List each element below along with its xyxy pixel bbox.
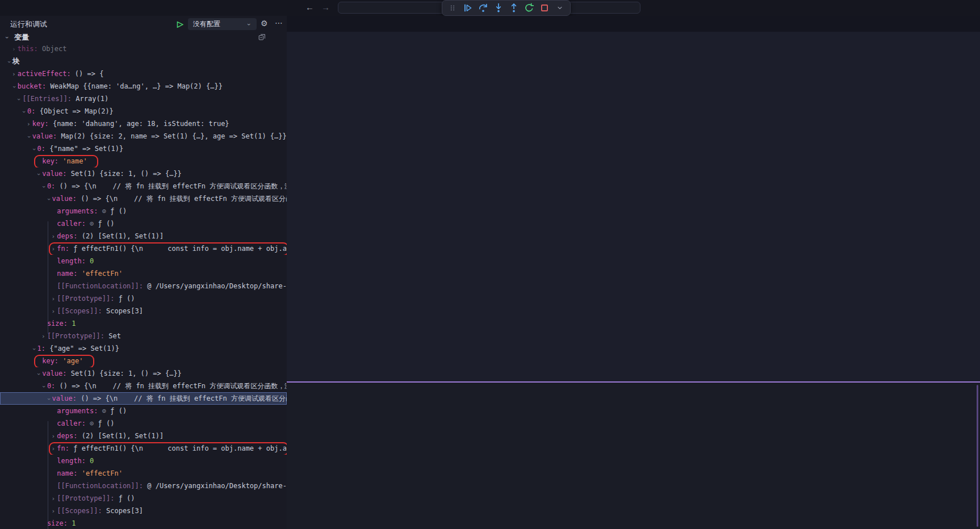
chevron-collapsed-icon: › [40, 330, 47, 342]
chevron-expanded-icon: › [18, 108, 30, 116]
step-into-button[interactable] [493, 3, 504, 13]
chevron-collapsed-icon: › [49, 230, 57, 242]
nav-back-icon[interactable]: ← [305, 2, 314, 12]
launch-config-value: 没有配置 [193, 19, 245, 29]
chevron-collapsed-icon: › [49, 493, 57, 505]
tree-row[interactable]: ›[[Prototype]]: ƒ () [0, 492, 287, 505]
chevron-down-icon: › [4, 34, 11, 41]
tree-row[interactable]: ›[[Prototype]]: ƒ () [0, 292, 287, 305]
chevron-expanded-icon: › [22, 133, 35, 141]
chevron-expanded-icon: › [37, 383, 49, 391]
chevron-expanded-icon: › [42, 196, 55, 203]
gear-icon[interactable]: ⚙ [261, 19, 268, 28]
chevron-collapsed-icon: › [25, 118, 32, 130]
tree-row[interactable]: ›0: {"name" => Set(1)} [0, 142, 287, 155]
chevron-expanded-icon: › [3, 58, 15, 66]
collapse-all-icon[interactable] [258, 33, 266, 43]
tree-row[interactable]: key: 'age' [0, 355, 287, 367]
tree-row[interactable]: ›value: Map(2) {size: 2, name => Set(1) … [0, 130, 287, 142]
sidebar-title: 运行和调试 [10, 19, 47, 30]
chevron-expanded-icon: › [37, 183, 49, 191]
tree-row[interactable]: ›fn: ƒ effectFn1() {\n const info = obj.… [0, 442, 287, 455]
chevron-expanded-icon: › [12, 96, 25, 103]
tree-row[interactable]: name: 'effectFn' [0, 267, 287, 280]
tree-row[interactable]: ›deps: (2) [Set(1), Set(1)] [0, 230, 287, 242]
tree-row[interactable]: ›bucket: WeakMap {{name: 'da…ng', …} => … [0, 80, 287, 93]
chevron-collapsed-icon: › [49, 305, 57, 317]
chevron-collapsed-icon: › [49, 505, 57, 517]
chevron-collapsed-icon: › [49, 243, 57, 255]
more-actions-icon[interactable]: ⋯ [275, 18, 283, 27]
stop-button[interactable] [539, 3, 550, 13]
step-over-button[interactable] [478, 3, 488, 13]
title-bar: ← → [0, 0, 980, 16]
run-debug-sidebar: 运行和调试 ▷ 没有配置 › ⚙ ⋯ › 变量 ›this: Object›块›… [0, 16, 287, 529]
chevron-down-icon: › [246, 20, 253, 28]
nav-forward-icon[interactable]: → [321, 2, 330, 12]
tree-row[interactable]: key: 'name' [0, 155, 287, 167]
toolbar-chevron[interactable] [555, 3, 565, 13]
chevron-collapsed-icon: › [49, 293, 57, 305]
tree-row[interactable]: ›块 [0, 55, 287, 68]
tree-row[interactable]: [[FunctionLocation]]: @ /Users/yangxinha… [0, 280, 287, 292]
continue-button[interactable] [463, 3, 473, 13]
tree-row[interactable]: length: 0 [0, 455, 287, 467]
chevron-collapsed-icon: › [49, 443, 57, 455]
terminal-scrollbar[interactable] [977, 385, 978, 527]
tree-row[interactable]: arguments: ⊙ ƒ () [0, 205, 287, 217]
chevron-expanded-icon: › [32, 171, 45, 178]
tree-row[interactable]: ›[[Prototype]]: Set [0, 330, 287, 342]
tree-row[interactable]: ›[[Entries]]: Array(1) [0, 93, 287, 105]
tree-row[interactable]: ›[[Scopes]]: Scopes[3] [0, 505, 287, 517]
tree-row[interactable]: ›[[Scopes]]: Scopes[3] [0, 305, 287, 317]
tree-row[interactable]: ›value: Set(1) {size: 1, () => {…}} [0, 167, 287, 180]
variables-tree: ›this: Object›块›activeEffect: () => {›bu… [0, 43, 287, 529]
chevron-expanded-icon: › [27, 146, 40, 153]
tree-row[interactable]: size: 1 [0, 517, 287, 529]
chevron-collapsed-icon: › [10, 68, 18, 80]
tree-row[interactable]: ›this: Object [0, 43, 287, 55]
tree-row[interactable]: ›value: () => {\n // 将 fn 挂载到 effectFn 方… [0, 392, 287, 405]
tree-row[interactable]: ›value: Set(1) {size: 1, () => {…}} [0, 367, 287, 380]
tree-row[interactable]: ›deps: (2) [Set(1), Set(1)] [0, 430, 287, 442]
vscode-window: ← → 运行和调试 ▷ 没有配置 › ⚙ ⋯ › 变量 ›this: Objec… [0, 0, 980, 529]
debug-toolbar [442, 0, 571, 16]
tree-row[interactable]: ›0: {Object => Map(2)} [0, 105, 287, 117]
drag-handle [447, 3, 458, 13]
code-editor[interactable] [287, 43, 980, 381]
editor-group [287, 16, 980, 381]
tree-row[interactable]: [[FunctionLocation]]: @ /Users/yangxinha… [0, 480, 287, 492]
start-debug-button[interactable]: ▷ [177, 19, 183, 28]
chevron-collapsed-icon: › [10, 43, 18, 55]
chevron-expanded-icon: › [7, 83, 20, 91]
bottom-panel [287, 381, 980, 529]
tree-row[interactable]: ›fn: ƒ effectFn1() {\n const info = obj.… [0, 242, 287, 255]
tree-row[interactable]: ›0: () => {\n // 将 fn 挂载到 effectFn 方便调试观… [0, 380, 287, 392]
tree-row[interactable]: size: 1 [0, 317, 287, 330]
tree-row[interactable]: length: 0 [0, 255, 287, 267]
chevron-collapsed-icon: › [49, 430, 57, 442]
terminal[interactable] [297, 401, 974, 529]
tree-row[interactable]: ›0: () => {\n // 将 fn 挂载到 effectFn 方便调试观… [0, 180, 287, 192]
tree-row[interactable]: caller: ⊙ ƒ () [0, 417, 287, 430]
editor-tab-bar [287, 16, 980, 32]
tree-row[interactable]: caller: ⊙ ƒ () [0, 217, 287, 230]
step-out-button[interactable] [509, 3, 519, 13]
chevron-expanded-icon: › [27, 346, 40, 353]
breadcrumb[interactable] [287, 32, 980, 43]
tree-row[interactable]: ›1: {"age" => Set(1)} [0, 342, 287, 355]
panel-tab-bar [287, 383, 296, 398]
variables-section-label: 变量 [14, 32, 29, 43]
chevron-expanded-icon: › [42, 396, 55, 403]
tree-row[interactable]: name: 'effectFn' [0, 467, 287, 480]
restart-button[interactable] [524, 3, 534, 13]
tree-row[interactable]: ›value: () => {\n // 将 fn 挂载到 effectFn 方… [0, 192, 287, 205]
tree-row[interactable]: ›key: {name: 'dahuang', age: 18, isStude… [0, 117, 287, 130]
tree-row[interactable]: ›activeEffect: () => { [0, 68, 287, 80]
variables-section-header[interactable]: › 变量 [0, 32, 287, 43]
launch-config-dropdown[interactable]: 没有配置 › [188, 18, 257, 30]
chevron-expanded-icon: › [32, 371, 45, 378]
tree-row[interactable]: arguments: ⊙ ƒ () [0, 405, 287, 417]
